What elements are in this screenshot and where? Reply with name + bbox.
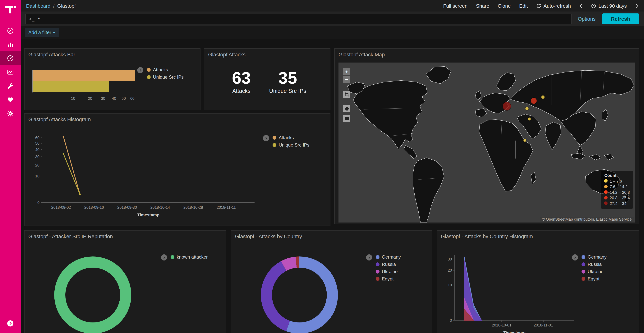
sidebar-item-visualize[interactable] — [0, 38, 21, 51]
sidebar-item-dashboard[interactable] — [0, 51, 21, 65]
attack-map[interactable]: © OpenStreetMap contributors, Elastic Ma… — [338, 63, 635, 222]
legend-item-egypt[interactable]: Egypt — [582, 276, 606, 282]
menu-item-full-screen[interactable]: Full screen — [443, 3, 468, 9]
collapse-sidebar-button[interactable] — [7, 320, 14, 328]
bar-attacks[interactable] — [32, 70, 135, 81]
map-legend-title: Count — [604, 173, 630, 177]
tick-label: 30 — [101, 96, 105, 101]
rectangle-tool-button[interactable] — [343, 115, 350, 122]
donut-chart: GermanyRussiaUkraineEgypt — [235, 241, 428, 333]
panel-attacks-histogram: Glastopf Attacks Histogram 0102030405060… — [24, 113, 330, 226]
menu-item-share[interactable]: Share — [476, 3, 489, 9]
series-unique-src-ips[interactable] — [64, 154, 80, 194]
attack-point[interactable] — [531, 98, 537, 104]
legend-dot — [147, 75, 151, 79]
attack-point[interactable] — [523, 139, 526, 142]
bar-unique-src-ips[interactable] — [32, 81, 109, 92]
legend-item-germany[interactable]: Germany — [582, 254, 606, 260]
telekom-logo — [4, 3, 16, 15]
tick-label: 60 — [130, 96, 134, 101]
sidebar-item-devtools[interactable] — [0, 79, 21, 93]
legend: GermanyRussiaUkraineEgypt — [366, 254, 401, 282]
panel-attack-map: Glastopf Attack Map — [334, 48, 639, 224]
area-chart-svg: 01020302018-10-012018-11-01Timestamp — [442, 250, 577, 333]
auto-refresh-button[interactable]: Auto-refresh — [536, 3, 571, 9]
menu-item-clone[interactable]: Clone — [498, 3, 511, 9]
legend-toggle-icon[interactable] — [161, 254, 167, 260]
zoom-in-button[interactable]: + — [343, 68, 350, 75]
panel-title: Glastopf Attacks — [208, 52, 326, 58]
sidebar-item-timelion[interactable] — [0, 65, 21, 79]
attack-point[interactable] — [541, 95, 545, 99]
map-legend-row: 7.6 – 14.2 — [604, 184, 630, 189]
donut-slice-known-attacker[interactable] — [60, 262, 126, 328]
axis-label: 2018-10-14 — [150, 205, 170, 209]
time-range-button[interactable]: Last 90 days — [591, 3, 627, 9]
metric-value: 63 — [232, 70, 251, 86]
legend-item-germany[interactable]: Germany — [376, 254, 401, 260]
legend-label: Attacks — [153, 67, 168, 73]
time-back-button[interactable] — [580, 3, 583, 8]
metric-row: 63Attacks35Unique Src IPs — [208, 70, 326, 94]
add-filter-button[interactable]: Add a filter + — [25, 28, 59, 37]
legend-toggle-icon[interactable] — [137, 67, 143, 73]
sidebar-item-discover[interactable] — [0, 24, 21, 38]
legend-dot — [582, 277, 585, 281]
series-attacks[interactable] — [64, 137, 80, 194]
panel-title: Glastopf - Attacks by Country Histogram — [441, 234, 635, 239]
search-input[interactable] — [38, 16, 568, 22]
query-bar: >_ Options Refresh — [21, 12, 644, 26]
breadcrumb-dashboard-link[interactable]: Dashboard — [26, 3, 50, 9]
donut-chart-svg — [52, 255, 133, 333]
legend-item-ukraine[interactable]: Ukraine — [582, 269, 606, 274]
legend-item-ukraine[interactable]: Ukraine — [376, 269, 401, 274]
options-link[interactable]: Options — [578, 16, 596, 22]
legend-dot — [604, 201, 608, 205]
legend-items: AttacksUnique Src IPs — [147, 67, 184, 80]
tick-label: 50 — [122, 96, 126, 101]
axis-label: Timestamp — [137, 213, 160, 217]
breadcrumb-current: Glastopf — [57, 3, 76, 9]
legend-dot — [376, 255, 380, 259]
legend-item-russia[interactable]: Russia — [376, 262, 401, 267]
legend-label: Russia — [588, 262, 602, 267]
bar-chart: 102030405060AttacksUnique Src IPs — [28, 60, 196, 108]
legend-toggle-icon[interactable] — [366, 254, 372, 260]
gauge-icon — [7, 55, 14, 62]
clock-icon — [591, 3, 596, 8]
zoom-out-button[interactable]: − — [343, 76, 350, 83]
add-filter-label: Add a filter + — [28, 30, 56, 36]
legend-item-unique-src-ips[interactable]: Unique Src IPs — [272, 142, 309, 148]
attack-point[interactable] — [525, 107, 528, 110]
legend-toggle-icon[interactable] — [572, 254, 578, 260]
time-forward-button[interactable] — [635, 3, 639, 8]
top-bar: Dashboard / Glastopf Full screenShareClo… — [21, 0, 644, 12]
attack-point[interactable] — [502, 102, 511, 111]
legend-label: 14.2 – 20.8 — [610, 190, 630, 194]
axis-label: 0 — [450, 318, 452, 322]
sidebar-item-management[interactable] — [0, 107, 21, 120]
legend-item-unique-src-ips[interactable]: Unique Src IPs — [147, 74, 184, 80]
legend-label: Russia — [382, 262, 396, 267]
legend-item-attacks[interactable]: Attacks — [272, 135, 309, 140]
breadcrumb-separator: / — [53, 3, 54, 9]
axis-label: 2018-11-11 — [217, 205, 236, 209]
sidebar-item-monitoring[interactable] — [0, 93, 21, 107]
legend-item-attacks[interactable]: Attacks — [147, 67, 184, 73]
legend: GermanyRussiaUkraineEgypt — [572, 254, 606, 282]
axis-label: 30 — [448, 257, 452, 261]
legend-toggle-icon[interactable] — [263, 135, 269, 141]
polygon-tool-button[interactable] — [343, 105, 350, 112]
legend-item-russia[interactable]: Russia — [582, 262, 606, 267]
heart-icon — [7, 96, 14, 103]
refresh-button[interactable]: Refresh — [602, 14, 640, 24]
legend-label: Egypt — [382, 276, 394, 282]
legend-item-egypt[interactable]: Egypt — [376, 276, 401, 282]
legend-item-known-attacker[interactable]: known attacker — [170, 254, 208, 260]
legend-dot — [582, 255, 585, 259]
crop-tool-button[interactable] — [343, 91, 350, 98]
panel-attacks-by-country-histogram: Glastopf - Attacks by Country Histogram … — [436, 230, 639, 333]
attack-point[interactable] — [528, 117, 531, 120]
menu-item-edit[interactable]: Edit — [519, 3, 528, 9]
legend-dot — [272, 143, 276, 147]
